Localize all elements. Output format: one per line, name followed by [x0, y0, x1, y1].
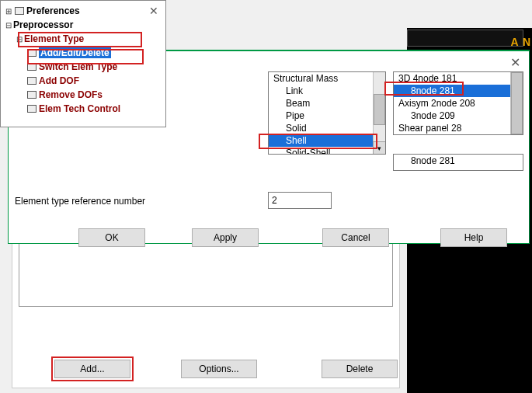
dialog-close-icon[interactable]: ✕ — [506, 54, 524, 70]
dialog-help-button-label: Help — [464, 232, 484, 243]
selected-subtype-label: 8node 281 — [394, 155, 523, 167]
collapse-icon[interactable]: ⊟ — [4, 21, 13, 30]
app-brand-fragment: A N — [510, 36, 531, 48]
tree-item-add-dof[interactable]: Add DOF — [4, 74, 162, 88]
ok-button-label: OK — [105, 232, 118, 243]
list-item[interactable]: Shear panel 28 — [394, 122, 523, 134]
tree-nav-panel: ✕ ⊞ Preferences ⊟ Preprocessor ⊟ Element… — [0, 0, 166, 127]
list-item[interactable]: 3D 4node 181 — [394, 72, 523, 85]
tree-item-label: Preferences — [26, 5, 80, 16]
list-item[interactable]: 8node 281 — [394, 85, 523, 97]
scrollbar-thumb[interactable] — [511, 72, 523, 134]
list-item[interactable]: Pipe — [269, 110, 385, 122]
list-item[interactable]: Link — [269, 85, 385, 97]
add-button[interactable]: Add... — [54, 360, 130, 378]
node-icon — [27, 77, 37, 85]
tree-item-preferences[interactable]: ⊞ Preferences — [4, 4, 162, 18]
expand-icon[interactable]: ⊞ — [4, 7, 13, 16]
tree-item-label: Elem Tech Control — [39, 103, 120, 114]
tree-item-label: Preprocessor — [13, 19, 73, 30]
list-item[interactable]: Structural Mass — [269, 72, 385, 85]
chevron-down-icon[interactable]: ▾ — [373, 141, 385, 154]
apply-button[interactable]: Apply — [192, 228, 259, 247]
scrollbar[interactable] — [510, 72, 523, 134]
delete-button-label: Delete — [346, 363, 374, 374]
tree-item-label: Remove DOFs — [39, 89, 103, 100]
node-icon — [27, 105, 37, 113]
category-listbox[interactable]: Structural Mass Link Beam Pipe Solid She… — [268, 71, 386, 155]
cancel-button-label: Cancel — [341, 232, 370, 243]
selected-subtype-output[interactable]: 8node 281 — [393, 154, 523, 171]
delete-button[interactable]: Delete — [322, 360, 398, 378]
list-item[interactable]: Solid — [269, 122, 385, 134]
reference-number-label: Element type reference number — [15, 196, 145, 207]
node-icon — [15, 7, 24, 15]
options-button-label: Options... — [199, 363, 238, 374]
list-item[interactable]: Shell — [269, 134, 385, 147]
node-icon — [27, 91, 37, 99]
close-icon[interactable]: ✕ — [145, 4, 162, 18]
list-item[interactable]: Solid-Shell — [269, 147, 385, 155]
add-button-label: Add... — [80, 363, 104, 374]
scrollbar-thumb[interactable] — [374, 94, 385, 125]
ok-button[interactable]: OK — [78, 228, 145, 247]
list-item[interactable]: 3node 209 — [394, 110, 523, 122]
list-item[interactable]: Axisym 2node 208 — [394, 97, 523, 110]
tree-item-elem-tech-control[interactable]: Elem Tech Control — [4, 102, 162, 116]
tree-item-label: Add DOF — [39, 75, 79, 86]
list-item[interactable]: Beam — [269, 97, 385, 110]
cancel-button[interactable]: Cancel — [322, 228, 389, 247]
tree-item-remove-dofs[interactable]: Remove DOFs — [4, 88, 162, 102]
highlight-add-edit-delete — [27, 49, 144, 64]
reference-number-input[interactable] — [268, 192, 332, 209]
apply-button-label: Apply — [214, 232, 237, 243]
highlight-element-type — [18, 32, 142, 47]
dialog-help-button[interactable]: Help — [440, 228, 507, 247]
options-button[interactable]: Options... — [181, 360, 257, 378]
viewport-top-strip — [407, 30, 523, 47]
tree-item-preprocessor[interactable]: ⊟ Preprocessor — [4, 18, 162, 32]
subtype-listbox[interactable]: 3D 4node 181 8node 281 Axisym 2node 208 … — [393, 71, 523, 135]
